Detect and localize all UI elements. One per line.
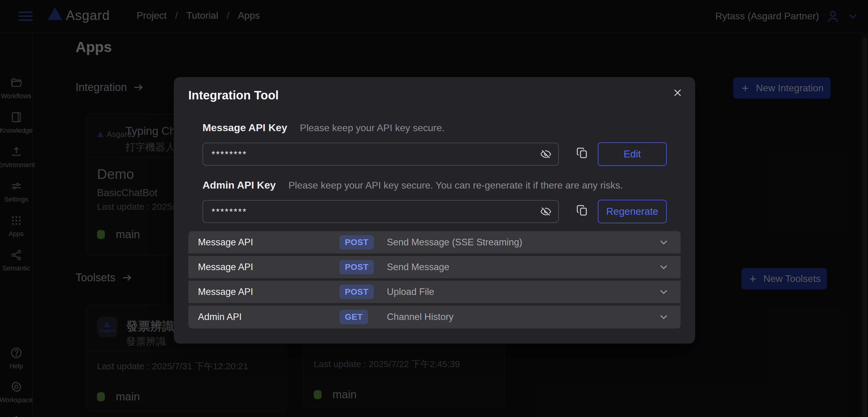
- admin-api-key-input[interactable]: [203, 201, 558, 222]
- method-badge: GET: [339, 310, 368, 324]
- endpoint-name: Send Message: [387, 262, 450, 272]
- message-api-key-header: Message API Key Please keep your API key…: [203, 122, 444, 134]
- modal-title: Integration Tool: [188, 89, 279, 102]
- message-api-key-label: Message API Key: [203, 122, 287, 134]
- admin-api-key-field: [203, 200, 559, 223]
- copy-icon: [576, 147, 588, 159]
- endpoint-api: Message API: [198, 237, 253, 248]
- method-badge: POST: [339, 235, 374, 250]
- toggle-visibility-button[interactable]: [540, 206, 552, 217]
- close-button[interactable]: [671, 86, 684, 99]
- endpoint-name: Upload File: [387, 286, 434, 297]
- endpoint-row-send-message[interactable]: Message API POST Send Message: [188, 256, 681, 278]
- endpoint-api: Message API: [198, 286, 253, 297]
- integration-tool-modal: Integration Tool Message API Key Please …: [174, 77, 695, 344]
- endpoint-row-upload-file[interactable]: Message API POST Upload File: [188, 281, 681, 303]
- endpoint-row-channel-history[interactable]: Admin API GET Channel History: [188, 306, 681, 328]
- message-api-key-field: [203, 142, 559, 166]
- eye-off-icon: [540, 206, 552, 217]
- asgard-app: Asgard Project / Tutorial / Apps Rytass …: [0, 0, 868, 417]
- copy-icon: [576, 204, 588, 217]
- copy-message-key-button[interactable]: [576, 147, 588, 159]
- method-badge: POST: [339, 285, 374, 299]
- copy-admin-key-button[interactable]: [576, 204, 588, 217]
- toggle-visibility-button[interactable]: [540, 148, 552, 160]
- endpoint-api: Admin API: [198, 312, 242, 322]
- admin-api-key-label: Admin API Key: [203, 179, 276, 191]
- message-api-key-input[interactable]: [203, 143, 558, 165]
- method-badge: POST: [339, 260, 374, 275]
- endpoint-name: Send Message (SSE Streaming): [387, 237, 522, 248]
- chevron-down-icon[interactable]: [658, 311, 670, 323]
- admin-api-key-note: Please keep your API key secure. You can…: [288, 180, 623, 191]
- admin-api-key-header: Admin API Key Please keep your API key s…: [203, 179, 623, 191]
- edit-button[interactable]: Edit: [598, 142, 667, 166]
- eye-off-icon: [540, 148, 552, 160]
- chevron-down-icon[interactable]: [658, 236, 670, 248]
- endpoint-api: Message API: [198, 262, 253, 272]
- endpoints-table: Message API POST Send Message (SSE Strea…: [188, 231, 681, 328]
- chevron-down-icon[interactable]: [658, 261, 670, 273]
- regenerate-button[interactable]: Regenerate: [598, 200, 667, 223]
- message-api-key-note: Please keep your API key secure.: [300, 122, 444, 134]
- chevron-down-icon[interactable]: [658, 286, 670, 298]
- endpoint-name: Channel History: [387, 312, 454, 322]
- close-icon: [673, 88, 683, 98]
- endpoint-row-send-message-sse[interactable]: Message API POST Send Message (SSE Strea…: [188, 231, 681, 254]
